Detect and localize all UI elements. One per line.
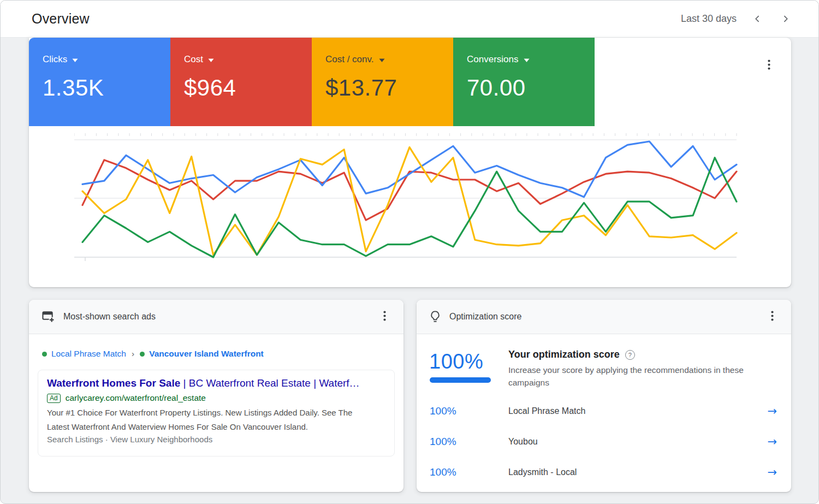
breadcrumb-separator: › bbox=[132, 349, 134, 359]
ad-display-url: carlycarey.com/waterfront/real_estate bbox=[66, 393, 206, 403]
status-enabled-icon bbox=[42, 352, 47, 357]
search-ad-preview: Waterfront Homes For Sale | BC Waterfron… bbox=[38, 370, 395, 456]
ad-badge: Ad bbox=[47, 394, 61, 403]
status-enabled-icon bbox=[140, 352, 145, 357]
performance-chart-card: Clicks 1.35K Cost $964 Cost / conv. $13.… bbox=[29, 38, 791, 287]
arrow-right-icon[interactable]: → bbox=[767, 435, 777, 448]
campaign-name: Local Phrase Match bbox=[508, 406, 585, 416]
scorecard-strip: Clicks 1.35K Cost $964 Cost / conv. $13.… bbox=[29, 38, 595, 126]
campaign-score: 100% bbox=[430, 436, 456, 448]
chevron-left-icon bbox=[753, 14, 762, 23]
scorecard-label: Clicks bbox=[43, 54, 67, 65]
optimization-score-card: Optimization score 100% Your optimizatio… bbox=[417, 300, 791, 492]
date-range-controls: Last 30 days bbox=[681, 12, 792, 26]
google-ads-overview-page: Overview Last 30 days Clicks 1.35K C bbox=[0, 0, 819, 504]
ad-headline: Waterfront Homes For Sale | BC Waterfron… bbox=[47, 377, 385, 389]
ad-headline-bold: Waterfront Homes For Sale bbox=[47, 377, 180, 389]
lightbulb-icon bbox=[430, 310, 441, 323]
scorecard-clicks[interactable]: Clicks 1.35K bbox=[29, 38, 170, 126]
scorecard-value: $13.77 bbox=[325, 75, 453, 101]
performance-line-chart[interactable] bbox=[74, 133, 739, 267]
scorecard-cost[interactable]: Cost $964 bbox=[170, 38, 312, 126]
most-shown-search-ads-card: Most-shown search ads Local Phrase Match… bbox=[29, 300, 403, 492]
optimization-score-subtitle: Increase your score by applying the reco… bbox=[508, 364, 781, 389]
dropdown-caret-icon bbox=[208, 58, 214, 62]
breadcrumb-campaign-link[interactable]: Local Phrase Match bbox=[51, 349, 126, 359]
scorecard-value: 70.00 bbox=[467, 75, 595, 101]
help-icon[interactable]: ? bbox=[625, 350, 635, 360]
breadcrumb: Local Phrase Match › Vancouver Island Wa… bbox=[42, 349, 264, 359]
scorecard-value: $964 bbox=[184, 75, 312, 101]
ad-description: Your #1 Choice For Waterfront Property L… bbox=[47, 406, 359, 434]
campaign-score-row[interactable]: 100% Youbou → bbox=[417, 426, 791, 457]
scorecard-label: Cost / conv. bbox=[325, 54, 374, 65]
kebab-menu-icon bbox=[383, 311, 386, 321]
scorecard-metric-selector[interactable]: Conversions bbox=[467, 54, 595, 65]
kebab-menu-icon bbox=[768, 60, 770, 70]
campaign-score-row[interactable]: 100% Ladysmith - Local → bbox=[417, 457, 791, 488]
breadcrumb-adgroup-link[interactable]: Vancouver Island Waterfront bbox=[149, 349, 264, 359]
optimization-score-title: Your optimization score bbox=[508, 349, 620, 360]
search-ads-icon bbox=[42, 311, 55, 323]
scorecard-metric-selector[interactable]: Clicks bbox=[43, 54, 170, 65]
date-range-label[interactable]: Last 30 days bbox=[681, 13, 737, 25]
scorecard-conversions[interactable]: Conversions 70.00 bbox=[453, 38, 595, 126]
scorecard-label: Conversions bbox=[467, 54, 519, 65]
ad-url-row: Ad carlycarey.com/waterfront/real_estate bbox=[47, 393, 385, 403]
top-bar: Overview Last 30 days bbox=[1, 1, 818, 38]
campaign-score: 100% bbox=[430, 405, 456, 417]
optimization-score-progress-bar bbox=[430, 377, 491, 383]
page-title: Overview bbox=[32, 11, 90, 27]
ad-sitelinks: Search Listings · View Luxury Neighborho… bbox=[47, 435, 385, 444]
campaign-score-row[interactable]: 100% Local Phrase Match → bbox=[417, 396, 791, 426]
scorecard-metric-selector[interactable]: Cost bbox=[184, 54, 312, 65]
chevron-right-icon bbox=[781, 14, 790, 23]
ads-card-title: Most-shown search ads bbox=[63, 312, 156, 322]
dropdown-caret-icon bbox=[379, 58, 385, 62]
optimization-card-menu-button[interactable] bbox=[768, 307, 777, 326]
arrow-right-icon[interactable]: → bbox=[767, 405, 777, 418]
next-period-button[interactable] bbox=[779, 12, 792, 26]
optimization-card-title: Optimization score bbox=[449, 312, 522, 322]
arrow-right-icon[interactable]: → bbox=[767, 466, 777, 479]
campaign-score: 100% bbox=[430, 466, 456, 478]
campaign-name: Youbou bbox=[508, 437, 538, 447]
optimization-score-value: 100% bbox=[429, 350, 483, 373]
scorecard-value: 1.35K bbox=[43, 75, 170, 101]
ads-card-header: Most-shown search ads bbox=[29, 300, 403, 334]
dropdown-caret-icon bbox=[72, 58, 78, 62]
optimization-card-header: Optimization score bbox=[417, 300, 791, 334]
ads-card-menu-button[interactable] bbox=[380, 307, 389, 326]
previous-period-button[interactable] bbox=[751, 12, 764, 26]
chart-card-menu-button[interactable] bbox=[764, 56, 774, 75]
scorecard-metric-selector[interactable]: Cost / conv. bbox=[325, 54, 453, 65]
campaign-score-list: 100% Local Phrase Match → 100% Youbou → … bbox=[417, 396, 791, 488]
campaign-name: Ladysmith - Local bbox=[508, 467, 577, 477]
optimization-score-info: Your optimization score ? Increase your … bbox=[508, 349, 784, 389]
ad-headline-rest: | BC Waterfront Real Estate | Waterf… bbox=[180, 377, 359, 389]
dropdown-caret-icon bbox=[524, 58, 530, 62]
kebab-menu-icon bbox=[771, 311, 774, 321]
scorecard-cost-per-conv[interactable]: Cost / conv. $13.77 bbox=[312, 38, 453, 126]
scorecard-label: Cost bbox=[184, 54, 203, 65]
